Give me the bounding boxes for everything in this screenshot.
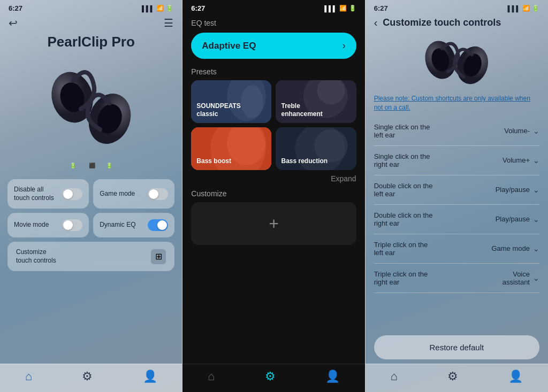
nav-eq-1[interactable]: ⚙	[82, 370, 93, 383]
eq-section-title: EQ test	[182, 14, 364, 30]
touch-control-row-4: Double click on theright ear Play/pause …	[374, 205, 539, 234]
controls-row-2: Movie mode Dynamic EQ	[7, 213, 174, 237]
controls-row-1: Disable alltouch controls Game mode	[7, 179, 174, 209]
add-preset-button[interactable]: +	[191, 202, 356, 245]
preset-bass-reduction[interactable]: Bass reduction	[276, 127, 356, 170]
touch-control-label-1: Single click on theleft ear	[374, 123, 505, 139]
svg-point-6	[241, 85, 263, 118]
restore-default-button[interactable]: Restore default	[374, 335, 539, 359]
wifi-icon-3: 📶	[522, 5, 530, 12]
signal-icon-3: ▌▌▌	[508, 5, 520, 12]
expand-label: Expand	[331, 174, 356, 183]
touch-controls-list: Single click on theleft ear Volume- ⌄ Si…	[366, 117, 548, 330]
customize-touch-control[interactable]: Customizetouch controls ⊞	[7, 242, 174, 271]
left-battery-icon: 🔋	[70, 163, 76, 168]
presets-title: Presets	[182, 65, 364, 80]
preset-label-3: Bass boost	[196, 157, 231, 166]
expand-row[interactable]: Expand	[182, 170, 364, 187]
panel-touch-controls: 6:27 ▌▌▌ 📶 🔋 ‹ Customize touch controls	[366, 0, 548, 392]
wifi-icon-2: 📶	[339, 5, 347, 12]
nav-home-2[interactable]: ⌂	[208, 370, 215, 383]
top-bar-3: ‹ Customize touch controls	[366, 14, 548, 33]
earbuds-image	[0, 55, 182, 162]
preset-label-1: SOUNDPEATSclassic	[196, 102, 240, 119]
game-mode-control[interactable]: Game mode	[93, 179, 174, 209]
nav-eq-2[interactable]: ⚙	[265, 370, 276, 383]
back-button-3[interactable]: ‹	[374, 17, 378, 29]
battery-icon-2: 🔋	[349, 5, 356, 12]
touch-control-row-2: Single click on theright ear Volume+ ⌄	[374, 146, 539, 175]
preset-soundpeats[interactable]: SOUNDPEATSclassic	[191, 80, 271, 123]
adaptive-eq-label: Adaptive EQ	[202, 41, 256, 51]
nav-profile-1[interactable]: 👤	[143, 370, 157, 383]
status-bar-3: 6:27 ▌▌▌ 📶 🔋	[366, 0, 548, 14]
chevron-down-6[interactable]: ⌄	[533, 274, 539, 282]
menu-button[interactable]: ☰	[164, 17, 173, 29]
touch-control-label-2: Single click on theright ear	[374, 152, 503, 168]
case-battery-icon: ⬛	[89, 163, 95, 168]
preset-treble[interactable]: Trebleenhancement	[276, 80, 356, 123]
presets-grid: SOUNDPEATSclassic Trebleenhancement Bass…	[182, 80, 364, 170]
movie-mode-toggle[interactable]	[62, 219, 82, 231]
bottom-nav-1: ⌂ ⚙ 👤	[0, 364, 182, 392]
controls-section: Disable alltouch controls Game mode Movi…	[0, 174, 182, 364]
home-icon-1: ⌂	[25, 370, 32, 383]
touch-control-row-5: Triple click on theleft ear Game mode ⌄	[374, 234, 539, 264]
game-mode-toggle[interactable]	[148, 188, 168, 200]
touch-control-value-2: Volume+	[503, 156, 530, 164]
customize-title: Customize	[182, 187, 364, 202]
movie-mode-control[interactable]: Movie mode	[7, 213, 89, 237]
signal-icon-2: ▌▌▌	[324, 5, 337, 12]
bottom-nav-3: ⌂ ⚙ 👤	[366, 364, 548, 392]
add-icon: +	[269, 214, 279, 234]
battery-icon-status: 🔋	[166, 5, 173, 12]
battery-right: 🔋	[106, 163, 112, 168]
layers-icon: ⊞	[151, 249, 166, 264]
profile-icon-1: 👤	[143, 370, 157, 383]
status-icons-2: ▌▌▌ 📶 🔋	[324, 5, 356, 12]
battery-icon-3: 🔋	[532, 5, 539, 12]
preset-label-4: Bass reduction	[281, 157, 328, 166]
dynamic-eq-toggle[interactable]	[148, 219, 168, 231]
notice-text: Please note: Custom shortcuts are only a…	[366, 92, 548, 117]
device-title: PearlClip Pro	[0, 34, 182, 55]
touch-control-label-5: Triple click on theleft ear	[374, 241, 492, 257]
battery-row: 🔋 ⬛ 🔋	[0, 162, 182, 174]
eq-icon-1: ⚙	[82, 370, 93, 383]
dynamic-eq-control[interactable]: Dynamic EQ	[93, 213, 174, 237]
nav-home-3[interactable]: ⌂	[390, 370, 397, 383]
signal-icon: ▌▌▌	[142, 5, 154, 12]
chevron-down-1[interactable]: ⌄	[533, 127, 539, 135]
preset-bass-boost[interactable]: Bass boost	[191, 127, 271, 170]
chevron-down-4[interactable]: ⌄	[533, 215, 539, 224]
nav-home-1[interactable]: ⌂	[25, 370, 32, 383]
touch-control-label-6: Triple click on theright ear	[374, 270, 503, 286]
customize-touch-label: Customizetouch controls	[16, 248, 56, 265]
touch-control-row-1: Single click on theleft ear Volume- ⌄	[374, 117, 539, 146]
status-bar-2: 6:27 ▌▌▌ 📶 🔋	[182, 0, 364, 14]
disable-touch-toggle[interactable]	[62, 188, 82, 200]
time-2: 6:27	[191, 4, 205, 12]
bottom-nav-2: ⌂ ⚙ 👤	[182, 364, 364, 392]
game-mode-label: Game mode	[100, 190, 135, 198]
nav-eq-3[interactable]: ⚙	[447, 370, 458, 383]
nav-profile-3[interactable]: 👤	[508, 370, 523, 383]
panel3-title: Customize touch controls	[383, 17, 501, 28]
status-icons-1: ▌▌▌ 📶 🔋	[142, 5, 173, 12]
back-button[interactable]: ↩	[9, 17, 18, 29]
chevron-down-3[interactable]: ⌄	[533, 186, 539, 194]
chevron-down-5[interactable]: ⌄	[533, 244, 539, 253]
dynamic-eq-label: Dynamic EQ	[100, 221, 135, 229]
touch-control-label-4: Double click on theright ear	[374, 211, 496, 227]
touch-control-value-3: Play/pause	[496, 186, 530, 194]
adaptive-eq-button[interactable]: Adaptive EQ ›	[191, 33, 356, 59]
status-bar-1: 6:27 ▌▌▌ 📶 🔋	[0, 0, 182, 14]
touch-control-value-5: Game mode	[491, 244, 530, 252]
disable-touch-control[interactable]: Disable alltouch controls	[7, 179, 89, 209]
status-icons-3: ▌▌▌ 📶 🔋	[508, 5, 539, 12]
battery-case: ⬛	[89, 163, 95, 168]
nav-profile-2[interactable]: 👤	[325, 370, 340, 383]
chevron-down-2[interactable]: ⌄	[533, 156, 539, 165]
panel-eq: 6:27 ▌▌▌ 📶 🔋 EQ test Adaptive EQ › Prese…	[182, 0, 364, 392]
touch-control-row-6: Triple click on theright ear Voiceassist…	[374, 264, 539, 293]
